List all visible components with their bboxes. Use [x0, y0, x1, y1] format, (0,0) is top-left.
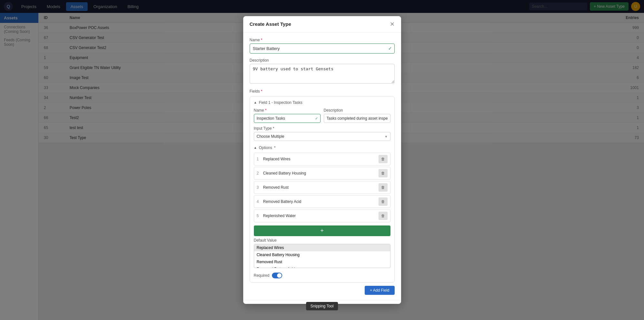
name-label: Name * [250, 38, 395, 42]
default-value-label: Default Value [254, 238, 390, 243]
option-number: 2 [257, 171, 263, 175]
field-1-desc-label: Description [324, 108, 390, 113]
description-form-group: Description 9V battery used to start Gen… [250, 58, 395, 85]
field-1-name-col: Name * ✓ [254, 108, 321, 123]
option-delete-button[interactable]: 🗑 [379, 155, 388, 163]
modal-close-button[interactable]: ✕ [390, 21, 395, 27]
field-1-name-valid-icon: ✓ [315, 116, 318, 120]
snipping-tool-tooltip: Snipping Tool [306, 302, 338, 310]
option-row: 5 Replenished Water 🗑 [254, 209, 390, 222]
field-1-header-text: Field 1 - Inspection Tasks [259, 100, 302, 105]
name-form-group: Name * ✓ [250, 38, 395, 54]
field-1-name-desc-row: Name * ✓ Description [254, 108, 390, 123]
field-1-desc-col: Description [324, 108, 390, 123]
modal-header: Create Asset Type ✕ [243, 16, 401, 33]
field-1-desc-input[interactable] [324, 114, 390, 123]
add-field-button[interactable]: + Add Field [365, 286, 394, 295]
option-row: 2 Cleaned Battery Housing 🗑 [254, 167, 390, 180]
field-1-name-input[interactable] [254, 114, 321, 123]
option-number: 1 [257, 157, 263, 161]
option-text: Removed Rust [263, 185, 379, 190]
option-text: Removed Battery Acid [263, 199, 379, 204]
toggle-knob [277, 273, 282, 278]
required-label: Required [254, 273, 270, 278]
default-option[interactable]: Replaced Wires [254, 244, 390, 251]
field-1-input-type-group: Input Type * Choose Multiple Text Number… [254, 126, 390, 141]
field-1-collapse-icon[interactable]: ▲ [254, 101, 257, 104]
required-toggle[interactable] [272, 273, 282, 278]
required-row: Required [254, 273, 390, 278]
description-label: Description [250, 58, 395, 63]
default-value-group: Default Value Replaced WiresCleaned Batt… [254, 238, 390, 268]
option-delete-button[interactable]: 🗑 [379, 169, 388, 177]
modal-title: Create Asset Type [250, 21, 291, 27]
field-1-name-input-wrapper: ✓ [254, 114, 321, 123]
option-row: 1 Replaced Wires 🗑 [254, 153, 390, 165]
field-1-input-type-select[interactable]: Choose Multiple Text Number Date Single … [254, 132, 390, 141]
option-row: 4 Removed Battery Acid 🗑 [254, 195, 390, 208]
option-number: 3 [257, 185, 263, 190]
fields-section: Fields * ▲ Field 1 - Inspection Tasks Na… [250, 89, 395, 283]
name-valid-icon: ✓ [388, 46, 392, 51]
field-1-block: ▲ Field 1 - Inspection Tasks Name * ✓ [250, 96, 395, 283]
options-collapse-icon[interactable]: ▲ [254, 146, 257, 149]
create-asset-type-modal: Create Asset Type ✕ Name * ✓ Description… [243, 16, 401, 304]
option-text: Replaced Wires [263, 157, 379, 161]
options-list: 1 Replaced Wires 🗑 2 Cleaned Battery Hou… [254, 153, 390, 222]
add-field-row: + Add Field [250, 286, 395, 295]
default-value-select[interactable]: Replaced WiresCleaned Battery HousingRem… [254, 244, 390, 268]
default-option[interactable]: Cleaned Battery Housing [254, 251, 390, 258]
options-section: ▲ Options * 1 Replaced Wires 🗑 2 Cleaned… [254, 145, 390, 238]
default-option[interactable]: Removed Rust [254, 258, 390, 265]
field-1-input-type-wrapper: Choose Multiple Text Number Date Single … [254, 132, 390, 141]
modal-overlay: Create Asset Type ✕ Name * ✓ Description… [0, 0, 644, 320]
option-delete-button[interactable]: 🗑 [379, 197, 388, 206]
option-text: Replenished Water [263, 214, 379, 218]
option-delete-button[interactable]: 🗑 [379, 183, 388, 192]
field-1-name-label: Name * [254, 108, 321, 113]
option-delete-button[interactable]: 🗑 [379, 212, 388, 220]
options-label: ▲ Options * [254, 145, 390, 150]
default-option[interactable]: Removed Battery Acid [254, 265, 390, 268]
add-option-button[interactable]: + [254, 225, 390, 236]
description-input[interactable]: 9V battery used to start Gensets [250, 64, 395, 84]
field-1-header: ▲ Field 1 - Inspection Tasks [254, 100, 390, 105]
fields-label: Fields * [250, 89, 395, 94]
field-1-input-type-label: Input Type * [254, 126, 390, 131]
modal-body: Name * ✓ Description 9V battery used to … [243, 33, 401, 300]
option-text: Cleaned Battery Housing [263, 171, 379, 175]
option-number: 5 [257, 214, 263, 218]
option-row: 3 Removed Rust 🗑 [254, 181, 390, 194]
name-input-wrapper: ✓ [250, 44, 395, 54]
name-input[interactable] [250, 44, 395, 54]
option-number: 4 [257, 199, 263, 204]
